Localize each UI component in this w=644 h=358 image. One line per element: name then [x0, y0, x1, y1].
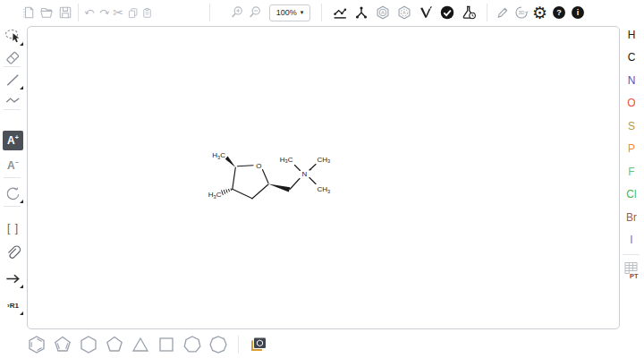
methyl-label: H3C — [212, 151, 225, 160]
template-cyclobutane[interactable] — [155, 333, 178, 356]
nitrogen-label: N — [302, 170, 308, 178]
cyclooctane-icon — [208, 334, 229, 355]
periodic-table-icon: PT — [623, 260, 640, 280]
element-N[interactable]: N — [620, 71, 643, 90]
element-Br[interactable]: Br — [620, 208, 643, 227]
template-cyclopropane[interactable] — [129, 333, 152, 356]
element-P[interactable]: P — [620, 139, 643, 158]
molecule-structure[interactable]: O N + H3C H3C H3C CH3 CH3 — [0, 0, 644, 358]
bottom-toolbar-divider — [238, 336, 239, 354]
element-F[interactable]: F — [620, 162, 643, 182]
periodic-table-button[interactable]: PT — [620, 259, 643, 282]
template-cyclohexane[interactable] — [77, 333, 100, 356]
element-O[interactable]: O — [620, 93, 643, 113]
cyclopentane-icon — [104, 334, 125, 355]
template-library-icon — [249, 336, 268, 354]
template-cycloheptane[interactable] — [181, 333, 204, 356]
template-benzene[interactable] — [25, 333, 48, 356]
template-cyclopentane[interactable] — [103, 333, 126, 356]
template-cyclopentadiene[interactable] — [51, 333, 74, 356]
methyl-label: H3C — [208, 191, 222, 200]
cyclopropane-icon — [130, 334, 151, 355]
methyl-label: H3C — [280, 156, 293, 165]
atom-panel: H C N O S P F Cl Br I PT — [620, 25, 644, 333]
methyl-label: CH3 — [318, 156, 331, 165]
template-cyclooctane[interactable] — [207, 333, 230, 356]
app-window: ✂ — [0, 0, 644, 358]
methyl-label: CH3 — [318, 185, 331, 194]
hash-bond-down — [222, 189, 232, 195]
nitrogen-charge: + — [309, 166, 311, 172]
cyclohexane-icon — [78, 334, 99, 355]
element-Cl[interactable]: Cl — [620, 184, 643, 204]
oxygen-label: O — [256, 162, 261, 170]
template-toolbar — [25, 332, 270, 357]
element-H[interactable]: H — [620, 25, 643, 45]
svg-text:PT: PT — [630, 272, 639, 280]
template-library-button[interactable] — [247, 333, 270, 356]
element-I[interactable]: I — [620, 230, 643, 250]
wedge-bond-bold — [268, 183, 290, 192]
element-S[interactable]: S — [620, 116, 643, 136]
cyclopentadiene-icon — [52, 334, 73, 355]
wedge-bond-up — [225, 157, 235, 167]
element-C[interactable]: C — [620, 47, 643, 67]
right-panel-divider — [623, 254, 640, 255]
cycloheptane-icon — [182, 334, 203, 355]
cyclobutane-icon — [156, 334, 177, 355]
benzene-icon — [26, 334, 47, 355]
